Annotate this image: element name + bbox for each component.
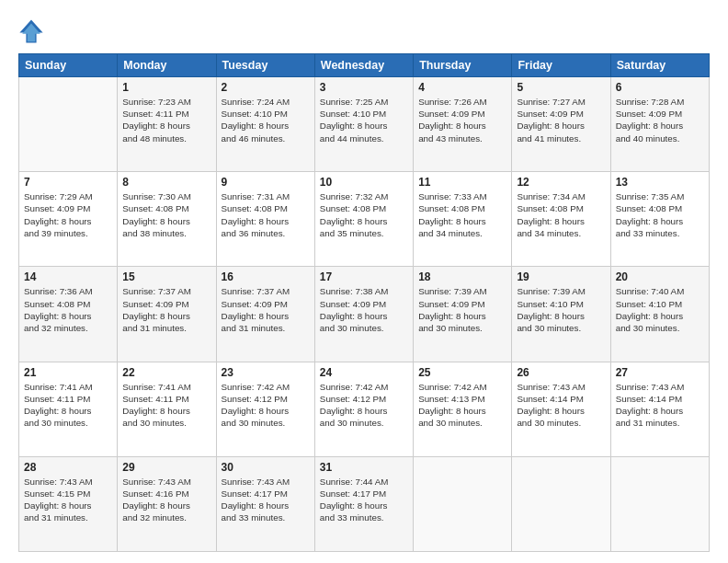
day-number: 7 <box>24 176 112 189</box>
day-number: 31 <box>320 461 408 474</box>
day-info: Sunrise: 7:38 AM Sunset: 4:09 PM Dayligh… <box>320 285 408 334</box>
col-header-wednesday: Wednesday <box>314 54 413 77</box>
day-number: 30 <box>222 461 310 474</box>
day-cell: 26Sunrise: 7:43 AM Sunset: 4:14 PM Dayli… <box>512 362 610 456</box>
day-info: Sunrise: 7:43 AM Sunset: 4:17 PM Dayligh… <box>222 476 310 524</box>
week-row-1: 1Sunrise: 7:23 AM Sunset: 4:11 PM Daylig… <box>19 77 710 172</box>
day-cell: 25Sunrise: 7:42 AM Sunset: 4:13 PM Dayli… <box>414 362 512 456</box>
day-number: 3 <box>320 81 408 94</box>
calendar-table: SundayMondayTuesdayWednesdayThursdayFrid… <box>18 53 710 552</box>
col-header-friday: Friday <box>512 54 610 77</box>
day-info: Sunrise: 7:42 AM Sunset: 4:13 PM Dayligh… <box>418 381 506 430</box>
day-info: Sunrise: 7:30 AM Sunset: 4:08 PM Dayligh… <box>122 190 210 239</box>
day-number: 1 <box>122 81 210 94</box>
day-cell: 12Sunrise: 7:34 AM Sunset: 4:08 PM Dayli… <box>512 172 610 267</box>
col-header-saturday: Saturday <box>610 54 709 77</box>
day-cell: 18Sunrise: 7:39 AM Sunset: 4:09 PM Dayli… <box>414 267 512 362</box>
day-cell: 21Sunrise: 7:41 AM Sunset: 4:11 PM Dayli… <box>19 362 118 456</box>
day-info: Sunrise: 7:29 AM Sunset: 4:09 PM Dayligh… <box>24 190 112 239</box>
day-number: 16 <box>222 270 310 283</box>
col-header-thursday: Thursday <box>414 54 512 77</box>
day-info: Sunrise: 7:27 AM Sunset: 4:09 PM Dayligh… <box>517 96 605 144</box>
day-cell: 22Sunrise: 7:41 AM Sunset: 4:11 PM Dayli… <box>118 362 216 456</box>
day-number: 12 <box>517 176 605 189</box>
day-cell: 9Sunrise: 7:31 AM Sunset: 4:08 PM Daylig… <box>216 172 314 267</box>
day-cell: 31Sunrise: 7:44 AM Sunset: 4:17 PM Dayli… <box>314 456 413 551</box>
day-info: Sunrise: 7:41 AM Sunset: 4:11 PM Dayligh… <box>122 381 210 430</box>
day-cell: 5Sunrise: 7:27 AM Sunset: 4:09 PM Daylig… <box>512 77 610 172</box>
day-header-row: SundayMondayTuesdayWednesdayThursdayFrid… <box>19 54 710 77</box>
day-info: Sunrise: 7:44 AM Sunset: 4:17 PM Dayligh… <box>320 476 408 524</box>
day-cell: 10Sunrise: 7:32 AM Sunset: 4:08 PM Dayli… <box>314 172 413 267</box>
col-header-sunday: Sunday <box>19 54 118 77</box>
svg-marker-1 <box>22 24 40 42</box>
day-info: Sunrise: 7:26 AM Sunset: 4:09 PM Dayligh… <box>418 96 506 144</box>
day-cell: 8Sunrise: 7:30 AM Sunset: 4:08 PM Daylig… <box>118 172 216 267</box>
day-info: Sunrise: 7:40 AM Sunset: 4:10 PM Dayligh… <box>616 285 704 334</box>
col-header-tuesday: Tuesday <box>216 54 314 77</box>
day-number: 17 <box>320 270 408 283</box>
day-cell: 13Sunrise: 7:35 AM Sunset: 4:08 PM Dayli… <box>610 172 709 267</box>
day-cell: 14Sunrise: 7:36 AM Sunset: 4:08 PM Dayli… <box>19 267 118 362</box>
day-cell <box>512 456 610 551</box>
day-number: 26 <box>517 366 605 379</box>
day-cell: 27Sunrise: 7:43 AM Sunset: 4:14 PM Dayli… <box>610 362 709 456</box>
day-cell: 4Sunrise: 7:26 AM Sunset: 4:09 PM Daylig… <box>414 77 512 172</box>
day-info: Sunrise: 7:28 AM Sunset: 4:09 PM Dayligh… <box>616 96 704 144</box>
day-number: 15 <box>122 270 210 283</box>
day-cell: 28Sunrise: 7:43 AM Sunset: 4:15 PM Dayli… <box>19 456 118 551</box>
day-info: Sunrise: 7:24 AM Sunset: 4:10 PM Dayligh… <box>222 96 310 144</box>
day-info: Sunrise: 7:23 AM Sunset: 4:11 PM Dayligh… <box>122 96 210 144</box>
day-info: Sunrise: 7:35 AM Sunset: 4:08 PM Dayligh… <box>616 190 704 239</box>
day-number: 21 <box>24 366 112 379</box>
logo-icon <box>18 18 44 44</box>
day-cell: 29Sunrise: 7:43 AM Sunset: 4:16 PM Dayli… <box>118 456 216 551</box>
day-info: Sunrise: 7:39 AM Sunset: 4:10 PM Dayligh… <box>517 285 605 334</box>
day-number: 23 <box>222 366 310 379</box>
day-number: 22 <box>122 366 210 379</box>
day-number: 29 <box>122 461 210 474</box>
day-cell: 20Sunrise: 7:40 AM Sunset: 4:10 PM Dayli… <box>610 267 709 362</box>
day-info: Sunrise: 7:32 AM Sunset: 4:08 PM Dayligh… <box>320 190 408 239</box>
day-info: Sunrise: 7:37 AM Sunset: 4:09 PM Dayligh… <box>222 285 310 334</box>
day-info: Sunrise: 7:33 AM Sunset: 4:08 PM Dayligh… <box>418 190 506 239</box>
day-number: 28 <box>24 461 112 474</box>
day-number: 9 <box>222 176 310 189</box>
day-info: Sunrise: 7:43 AM Sunset: 4:14 PM Dayligh… <box>616 381 704 430</box>
day-info: Sunrise: 7:31 AM Sunset: 4:08 PM Dayligh… <box>222 190 310 239</box>
day-cell: 24Sunrise: 7:42 AM Sunset: 4:12 PM Dayli… <box>314 362 413 456</box>
day-info: Sunrise: 7:36 AM Sunset: 4:08 PM Dayligh… <box>24 285 112 334</box>
day-number: 14 <box>24 270 112 283</box>
day-info: Sunrise: 7:42 AM Sunset: 4:12 PM Dayligh… <box>320 381 408 430</box>
day-number: 18 <box>418 270 506 283</box>
week-row-2: 7Sunrise: 7:29 AM Sunset: 4:09 PM Daylig… <box>19 172 710 267</box>
day-cell: 19Sunrise: 7:39 AM Sunset: 4:10 PM Dayli… <box>512 267 610 362</box>
day-cell <box>610 456 709 551</box>
week-row-5: 28Sunrise: 7:43 AM Sunset: 4:15 PM Dayli… <box>19 456 710 551</box>
day-cell: 6Sunrise: 7:28 AM Sunset: 4:09 PM Daylig… <box>610 77 709 172</box>
day-info: Sunrise: 7:39 AM Sunset: 4:09 PM Dayligh… <box>418 285 506 334</box>
day-number: 10 <box>320 176 408 189</box>
day-number: 19 <box>517 270 605 283</box>
day-number: 24 <box>320 366 408 379</box>
page: SundayMondayTuesdayWednesdayThursdayFrid… <box>0 0 728 563</box>
day-number: 2 <box>222 81 310 94</box>
day-info: Sunrise: 7:25 AM Sunset: 4:10 PM Dayligh… <box>320 96 408 144</box>
col-header-monday: Monday <box>118 54 216 77</box>
day-info: Sunrise: 7:34 AM Sunset: 4:08 PM Dayligh… <box>517 190 605 239</box>
day-cell: 23Sunrise: 7:42 AM Sunset: 4:12 PM Dayli… <box>216 362 314 456</box>
day-info: Sunrise: 7:43 AM Sunset: 4:15 PM Dayligh… <box>24 476 112 524</box>
week-row-4: 21Sunrise: 7:41 AM Sunset: 4:11 PM Dayli… <box>19 362 710 456</box>
day-cell: 17Sunrise: 7:38 AM Sunset: 4:09 PM Dayli… <box>314 267 413 362</box>
header <box>18 17 710 44</box>
day-cell <box>414 456 512 551</box>
day-cell: 30Sunrise: 7:43 AM Sunset: 4:17 PM Dayli… <box>216 456 314 551</box>
day-cell <box>19 77 118 172</box>
logo <box>18 17 48 44</box>
week-row-3: 14Sunrise: 7:36 AM Sunset: 4:08 PM Dayli… <box>19 267 710 362</box>
day-number: 6 <box>616 81 704 94</box>
day-number: 8 <box>122 176 210 189</box>
day-cell: 15Sunrise: 7:37 AM Sunset: 4:09 PM Dayli… <box>118 267 216 362</box>
day-info: Sunrise: 7:41 AM Sunset: 4:11 PM Dayligh… <box>24 381 112 430</box>
day-info: Sunrise: 7:37 AM Sunset: 4:09 PM Dayligh… <box>122 285 210 334</box>
